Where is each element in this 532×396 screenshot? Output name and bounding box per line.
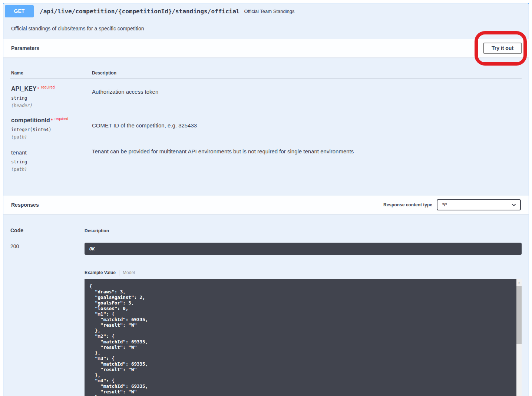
required-star: * — [51, 117, 53, 123]
param-name: competitionId — [11, 117, 50, 123]
param-description: Tenant can be provided for multitenant A… — [92, 148, 354, 154]
response-content-type-select[interactable]: */* — [437, 199, 521, 210]
param-name: API_KEY — [11, 86, 36, 92]
parameters-title: Parameters — [3, 45, 39, 51]
http-method-badge: GET — [5, 5, 34, 17]
response-status-text: OK — [89, 246, 95, 252]
param-location: (path) — [11, 167, 27, 172]
response-description-column-header: Description — [85, 228, 109, 233]
tab-model[interactable]: Model — [123, 270, 135, 275]
chevron-down-icon — [511, 202, 516, 207]
params-header-divider — [10, 79, 522, 79]
param-name: tenant — [11, 149, 27, 156]
required-star: * — [37, 86, 39, 92]
responses-title: Responses — [3, 202, 39, 208]
param-row-api-key: API_KEY*required string (header) — [11, 85, 55, 108]
responses-section-header: Responses Response content type */* — [3, 196, 529, 214]
param-type: string — [11, 159, 27, 164]
tab-example-value[interactable]: Example Value — [85, 270, 116, 275]
operation-summary-bar[interactable]: GET /api/live/competition/{competitionId… — [3, 3, 529, 19]
example-code-block: { "draws": 3, "goalsAgainst": 2, "goalsF… — [85, 279, 522, 396]
response-content-type-controls: Response content type */* — [383, 199, 529, 210]
response-code-column-header: Code — [10, 227, 23, 233]
response-code: 200 — [10, 243, 19, 249]
responses-header-divider — [10, 238, 522, 238]
param-row-tenant: tenant string (path) — [11, 149, 27, 172]
try-it-out-button[interactable]: Try it out — [483, 43, 522, 54]
response-content-type-label: Response content type — [383, 202, 432, 207]
parameters-section-header: Parameters Try it out — [3, 39, 529, 57]
required-label: required — [54, 117, 68, 121]
param-row-competition-id: competitionId*required integer($int64) (… — [11, 117, 68, 140]
scrollbar-thumb[interactable] — [516, 286, 522, 344]
code-scrollbar[interactable]: ▲ — [516, 279, 522, 396]
example-json: { "draws": 3, "goalsAgainst": 2, "goalsF… — [85, 279, 516, 396]
response-content-type-value: */* — [442, 202, 447, 207]
param-description: Authorization access token — [92, 89, 158, 95]
scrollbar-up-arrow-icon[interactable]: ▲ — [516, 279, 522, 286]
opblock-get: GET /api/live/competition/{competitionId… — [3, 3, 529, 396]
response-status-bar: OK — [85, 243, 522, 255]
param-description: COMET ID of the competition, e.g. 325433 — [92, 122, 197, 129]
required-label: required — [41, 85, 55, 89]
tab-separator — [119, 270, 119, 276]
operation-description: Official standings of clubs/teams for a … — [11, 26, 144, 31]
param-description-column-header: Description — [92, 70, 116, 76]
param-type: integer($int64) — [11, 127, 68, 132]
response-model-tabs: Example Value Model — [85, 270, 135, 276]
param-location: (header) — [11, 103, 55, 108]
endpoint-summary: Official Team Standings — [244, 9, 294, 14]
param-name-column-header: Name — [11, 70, 23, 76]
swagger-operation-page: GET /api/live/competition/{competitionId… — [0, 0, 532, 396]
param-type: string — [11, 96, 55, 101]
endpoint-path: /api/live/competition/{competitionId}/st… — [40, 8, 239, 15]
param-location: (path) — [11, 134, 68, 140]
